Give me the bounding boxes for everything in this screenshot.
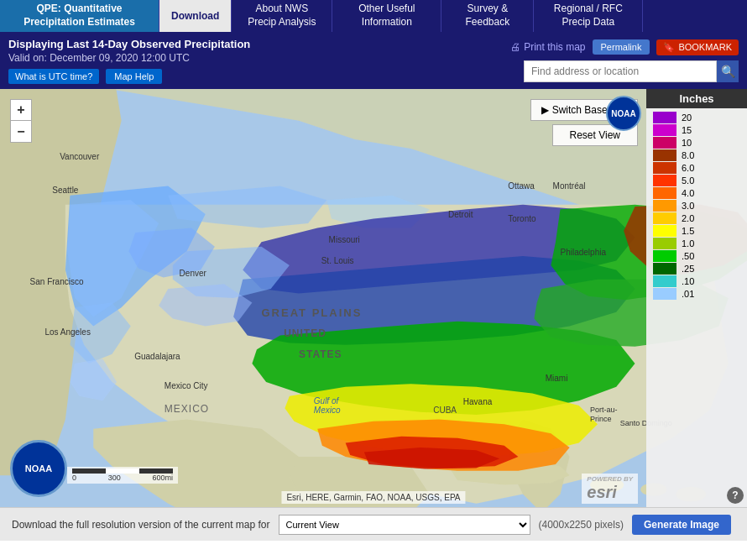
legend-swatch (653, 288, 676, 300)
legend-value: 20 (682, 113, 692, 123)
legend-item: 1.0 (653, 238, 740, 249)
legend-swatch (653, 275, 676, 287)
legend-item: 15 (653, 124, 740, 136)
nav-item-download[interactable]: Download (159, 0, 232, 32)
legend-swatch (653, 263, 676, 275)
zoom-controls: + − (10, 99, 32, 143)
noaa-badge: NOAA (606, 96, 641, 131)
generate-image-button[interactable]: Generate Image (632, 515, 731, 535)
legend-value: 1.0 (682, 238, 694, 249)
search-icon: 🔍 (721, 65, 735, 78)
esri-logo: POWERED BY esri (582, 474, 638, 504)
chevron-right-icon: ▶ (541, 104, 549, 116)
legend-value: 2.0 (682, 213, 694, 223)
noaa-text: NOAA (25, 463, 52, 474)
legend-item: 10 (653, 137, 740, 149)
legend-value: .10 (682, 276, 694, 286)
legend-item: .10 (653, 275, 740, 287)
search-button[interactable]: 🔍 (717, 60, 739, 82)
legend-item: 20 (653, 112, 740, 123)
legend-swatch (653, 137, 676, 149)
legend-item: 8.0 (653, 149, 740, 161)
legend-item: .25 (653, 263, 740, 275)
legend-swatch (653, 175, 676, 186)
legend-value: 1.5 (682, 226, 694, 236)
legend-value: 10 (682, 138, 692, 148)
legend-item: 4.0 (653, 187, 740, 199)
legend-item: 5.0 (653, 175, 740, 186)
nav-item-qpe[interactable]: QPE: Quantitative Precipitation Estimate… (0, 0, 159, 32)
nav-item-regional[interactable]: Regional / RFC Precip Data (534, 0, 643, 32)
legend-swatch (653, 124, 676, 136)
map-container[interactable]: + − ▶ Switch Basemap Reset View GREAT PL… (0, 89, 747, 507)
legend-value: 5.0 (682, 175, 694, 186)
legend-value: .50 (682, 251, 694, 261)
map-svg (0, 89, 747, 507)
utc-info-button[interactable]: What is UTC time? (8, 69, 99, 84)
legend-value: 8.0 (682, 150, 694, 160)
legend-value: .01 (682, 289, 694, 299)
map-subtitle: Valid on: December 09, 2020 12:00 UTC (8, 52, 510, 64)
zoom-out-button[interactable]: − (10, 121, 32, 143)
legend-item: 2.0 (653, 212, 740, 224)
nav-item-about[interactable]: About NWS Precip Analysis (232, 0, 332, 32)
legend-value: 6.0 (682, 163, 694, 173)
legend-swatch (653, 162, 676, 174)
print-link[interactable]: 🖨 Print this map (510, 41, 585, 53)
noaa-logo: NOAA (10, 440, 67, 497)
legend-swatch (653, 200, 676, 212)
search-row: 🔍 (524, 60, 739, 82)
legend-items: 20 15 10 8.0 6.0 5.0 4.0 3.0 2.0 1.5 (646, 108, 747, 507)
zoom-in-button[interactable]: + (10, 99, 32, 121)
map-help-icon[interactable]: ? (727, 487, 744, 504)
legend-value: 4.0 (682, 188, 694, 198)
print-icon: 🖨 (510, 41, 520, 53)
legend-item: .50 (653, 250, 740, 262)
legend-swatch (653, 238, 676, 249)
legend-swatch (653, 187, 676, 199)
legend-value: 3.0 (682, 201, 694, 211)
nav-item-survey[interactable]: Survey & Feedback (441, 0, 534, 32)
bookmark-button[interactable]: 🔖 BOOKMARK (656, 39, 739, 55)
legend-swatch (653, 225, 676, 237)
scale-bar: 0 300 600mi (67, 467, 178, 484)
current-view-select[interactable]: Current View (279, 515, 530, 535)
map-title: Displaying Last 14-Day Observed Precipit… (8, 37, 510, 52)
legend-item: 6.0 (653, 162, 740, 174)
bottom-bar: Download the full resolution version of … (0, 507, 747, 541)
info-right: 🖨 Print this map Permalink 🔖 BOOKMARK 🔍 (510, 39, 739, 82)
download-label: Download the full resolution version of … (12, 519, 270, 531)
legend-item: .01 (653, 288, 740, 300)
legend-item: 3.0 (653, 200, 740, 212)
info-left: Displaying Last 14-Day Observed Precipit… (8, 37, 510, 84)
legend-title: Inches (646, 89, 747, 108)
legend-swatch (653, 149, 676, 161)
map-attribution: Esri, HERE, Garmin, FAO, NOAA, USGS, EPA (281, 491, 465, 504)
nav-item-other[interactable]: Other Useful Information (332, 0, 441, 32)
info-bar: Displaying Last 14-Day Observed Precipit… (0, 32, 747, 89)
legend-item: 1.5 (653, 225, 740, 237)
legend-swatch (653, 212, 676, 224)
pixel-dimensions: (4000x2250 pixels) (539, 519, 624, 531)
top-navigation: QPE: Quantitative Precipitation Estimate… (0, 0, 747, 32)
legend-swatch (653, 250, 676, 262)
map-help-button[interactable]: Map Help (106, 69, 162, 84)
legend-swatch (653, 112, 676, 123)
search-input[interactable] (524, 60, 717, 82)
legend-value: 15 (682, 125, 692, 135)
permalink-button[interactable]: Permalink (593, 39, 650, 55)
bookmark-icon: 🔖 (663, 42, 675, 53)
precipitation-legend: Inches 20 15 10 8.0 6.0 5.0 4.0 3.0 2. (646, 89, 747, 507)
legend-value: .25 (682, 264, 694, 274)
